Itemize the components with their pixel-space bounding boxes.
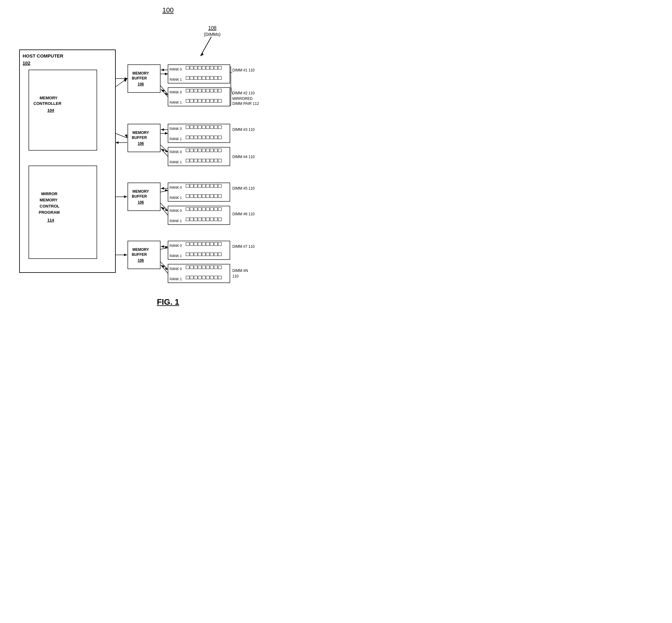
svg-rect-158 <box>198 242 201 246</box>
svg-rect-73 <box>218 126 222 129</box>
svg-rect-68 <box>198 126 201 129</box>
dimmN-rank1: RANK 1 <box>170 277 182 281</box>
mb1-ref: 106 <box>138 82 144 86</box>
mirror-memory-ref: 114 <box>47 218 54 222</box>
dimm2-rank0: RANK 0 <box>170 90 182 94</box>
dimm3-rank0: RANK 0 <box>170 127 182 130</box>
svg-rect-115 <box>206 184 209 187</box>
svg-rect-78 <box>202 136 205 139</box>
svg-rect-88 <box>202 149 205 152</box>
svg-marker-104 <box>124 196 127 198</box>
svg-rect-119 <box>186 195 189 198</box>
svg-rect-159 <box>202 242 205 246</box>
svg-rect-96 <box>198 159 201 162</box>
dimm7-rank0: RANK 0 <box>170 244 182 247</box>
svg-rect-13 <box>186 66 189 69</box>
svg-rect-71 <box>210 126 213 129</box>
svg-rect-166 <box>194 253 197 256</box>
svg-rect-67 <box>194 126 197 129</box>
svg-rect-144 <box>210 218 213 221</box>
svg-rect-49 <box>214 99 217 102</box>
dimm6-rank0: RANK 0 <box>170 209 182 212</box>
svg-rect-178 <box>202 266 205 269</box>
svg-rect-70 <box>206 126 209 129</box>
mb3-label2: BUFFER <box>132 194 147 199</box>
svg-rect-74 <box>186 136 189 139</box>
svg-rect-175 <box>190 266 193 269</box>
svg-rect-141 <box>198 218 201 221</box>
svg-rect-156 <box>190 242 193 246</box>
dimm5-rank1: RANK 1 <box>170 196 182 200</box>
svg-rect-99 <box>210 159 213 162</box>
svg-marker-197 <box>161 89 165 92</box>
svg-rect-82 <box>218 136 222 139</box>
dimm1-rank1: RANK 1 <box>170 78 182 81</box>
svg-rect-79 <box>206 136 209 139</box>
svg-rect-181 <box>214 266 217 269</box>
svg-rect-3 <box>29 70 97 150</box>
svg-rect-188 <box>206 276 209 279</box>
svg-rect-160 <box>206 242 209 246</box>
svg-rect-165 <box>190 253 193 256</box>
svg-rect-145 <box>214 218 217 221</box>
svg-rect-111 <box>190 184 193 187</box>
svg-rect-36 <box>198 89 201 92</box>
svg-rect-33 <box>186 89 189 92</box>
svg-rect-43 <box>190 99 193 102</box>
svg-rect-118 <box>218 184 222 187</box>
svg-rect-38 <box>206 89 209 92</box>
svg-rect-186 <box>198 276 201 279</box>
mirror-memory-label3: CONTROL <box>39 204 59 208</box>
svg-rect-179 <box>206 266 209 269</box>
svg-rect-117 <box>214 184 217 187</box>
dimmN-label2: 110 <box>232 274 238 278</box>
svg-rect-121 <box>194 195 197 198</box>
svg-rect-124 <box>206 195 209 198</box>
svg-rect-81 <box>214 136 217 139</box>
svg-rect-97 <box>202 159 205 162</box>
svg-rect-69 <box>202 126 205 129</box>
svg-rect-136 <box>214 208 217 211</box>
mb2-ref: 106 <box>138 141 144 146</box>
svg-rect-84 <box>186 149 189 152</box>
mb3-label1: MEMORY <box>133 189 149 194</box>
svg-rect-185 <box>194 276 197 279</box>
svg-rect-176 <box>194 266 197 269</box>
svg-rect-28 <box>210 77 213 80</box>
svg-rect-50 <box>218 99 222 102</box>
svg-rect-174 <box>186 266 189 269</box>
svg-rect-18 <box>206 66 209 69</box>
memory-controller-ref: 104 <box>47 108 54 113</box>
dimms-label: (DIMMs) <box>204 32 221 37</box>
svg-rect-139 <box>190 218 193 221</box>
mb4-label1: MEMORY <box>133 247 149 252</box>
mb4-ref: 106 <box>138 258 144 263</box>
mirror-memory-label2: MEMORY <box>39 198 58 202</box>
svg-line-62 <box>160 145 168 152</box>
svg-rect-86 <box>194 149 197 152</box>
svg-rect-21 <box>218 66 222 69</box>
svg-rect-75 <box>190 136 193 139</box>
dimm1-rank0: RANK 0 <box>170 67 182 71</box>
svg-rect-44 <box>194 99 197 102</box>
svg-marker-199 <box>161 128 164 131</box>
dimm6-rank1: RANK 1 <box>170 219 182 223</box>
svg-rect-76 <box>194 136 197 139</box>
svg-rect-135 <box>210 208 213 211</box>
svg-rect-120 <box>190 195 193 198</box>
svg-marker-1 <box>201 52 204 56</box>
svg-marker-203 <box>161 187 164 189</box>
dimm4-label: DIMM #4 110 <box>232 155 255 159</box>
memory-controller-label2: CONTROLLER <box>33 101 62 106</box>
svg-rect-98 <box>206 159 209 162</box>
svg-rect-142 <box>202 218 205 221</box>
svg-rect-114 <box>202 184 205 187</box>
svg-rect-101 <box>218 159 222 162</box>
svg-rect-30 <box>218 77 222 80</box>
svg-rect-132 <box>198 208 201 211</box>
svg-marker-61 <box>165 132 168 135</box>
svg-rect-35 <box>194 89 197 92</box>
svg-rect-72 <box>214 126 217 129</box>
dimms-ref: 108 <box>208 25 216 31</box>
svg-rect-161 <box>210 242 213 246</box>
